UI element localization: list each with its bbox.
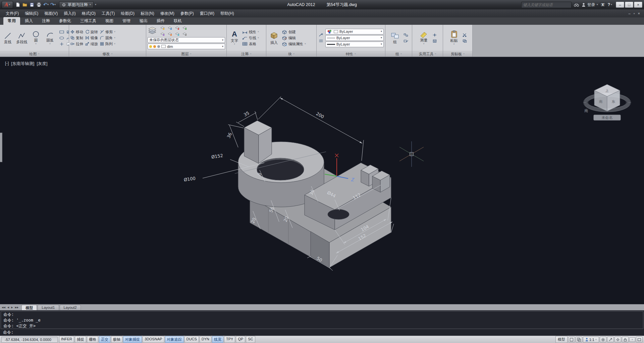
linear-dimension-button[interactable]: 线性▾ (242, 29, 259, 35)
panel-title-draw[interactable]: 绘图 ▾ (0, 51, 69, 57)
command-prompt[interactable]: 命令: (1, 329, 643, 336)
unnamed-view-button[interactable]: 未命名 (594, 115, 621, 120)
clean-screen-button[interactable] (636, 337, 643, 342)
minimize-button[interactable]: – (616, 2, 624, 8)
ribbon-tab[interactable]: 注释 (38, 17, 54, 25)
linetype-dropdown[interactable]: ByLayer ▾ (325, 42, 384, 47)
application-menu-button[interactable]: A ▾ (2, 1, 13, 9)
layer-isolate-button[interactable] (159, 25, 165, 30)
match-properties-button[interactable] (318, 32, 324, 38)
stretch-button[interactable]: 拉伸 (70, 42, 83, 47)
infocenter-search[interactable] (521, 2, 572, 8)
palette-grip[interactable] (0, 133, 2, 162)
layout-tab[interactable]: 模型 (21, 305, 37, 310)
document-restore-button[interactable]: ▫ (634, 11, 635, 15)
cut-button[interactable] (462, 32, 468, 38)
workspace-switcher[interactable]: 草图与注释 ▾ (59, 1, 94, 8)
measure-button[interactable]: 测量 ▾ (418, 30, 430, 46)
quick-calc-button[interactable] (432, 39, 438, 44)
rectangle-tool-button[interactable] (59, 29, 65, 35)
status-toggle[interactable]: 对象追踪 (165, 336, 184, 343)
search-button[interactable] (574, 3, 579, 7)
model-space-canvas[interactable]: 200 35 36 Ø152 Ø100 8 36 Ø44 112 56 20 2… (0, 57, 644, 304)
visual-style-control[interactable]: [灰度] (37, 61, 48, 67)
save-button[interactable] (29, 1, 35, 8)
annotation-visibility-button[interactable] (600, 337, 606, 342)
trim-button[interactable]: 修剪▾ (100, 29, 115, 35)
last-tab-button[interactable]: ▶▶ (14, 306, 19, 309)
sign-in-button[interactable]: 登录 ▾ (581, 2, 598, 8)
move-button[interactable]: 移动 (70, 29, 83, 35)
layer-prev-button[interactable] (181, 31, 187, 37)
layer-properties-button[interactable] (148, 26, 157, 36)
menu-item[interactable]: 标注(N) (138, 9, 157, 17)
layer-off-button[interactable] (174, 25, 180, 30)
properties-list-button[interactable] (318, 39, 324, 44)
model-space-button[interactable]: 模型 (555, 336, 568, 343)
status-toggle[interactable]: QP (236, 336, 245, 343)
status-toggle[interactable]: 正交 (99, 336, 110, 343)
open-file-button[interactable] (21, 1, 28, 8)
ribbon-tab[interactable]: 联机 (169, 17, 186, 25)
menu-item[interactable]: 参数(P) (177, 9, 197, 17)
status-toggle[interactable]: 对象捕捉 (123, 336, 142, 343)
arc-button[interactable]: 圆弧 ▾ (44, 30, 56, 46)
mirror-button[interactable]: 镜像 (85, 36, 98, 41)
status-toggle[interactable]: DUCS (184, 336, 199, 343)
search-input[interactable] (523, 3, 570, 7)
viewport-menu-control[interactable]: [-] (5, 61, 9, 67)
ungroup-button[interactable] (403, 32, 409, 38)
new-file-button[interactable] (14, 1, 21, 8)
status-toggle[interactable]: SC (246, 336, 255, 343)
copy-button[interactable]: 复制 (70, 36, 83, 41)
copy-clip-button[interactable] (462, 39, 468, 44)
drawing-viewport[interactable]: [-] [东南等轴测] [灰度] (0, 57, 644, 304)
ribbon-tab[interactable]: 管理 (118, 17, 135, 25)
edit-block-button[interactable]: 编辑 (282, 36, 306, 41)
menu-item[interactable]: 格式(O) (79, 9, 99, 17)
quick-view-layouts-button[interactable] (568, 337, 575, 342)
exchange-apps-button[interactable]: X (600, 2, 606, 7)
panel-title-layers[interactable]: 图层 ▾ (146, 51, 226, 57)
menu-item[interactable]: 绘图(D) (118, 9, 138, 17)
status-toggle[interactable]: TPY (224, 336, 235, 343)
qat-customize-icon[interactable]: ▾ (95, 3, 96, 6)
ribbon-tab[interactable]: 输出 (135, 17, 152, 25)
panel-title-block[interactable]: 块 ▾ (266, 51, 316, 57)
plot-button[interactable] (36, 1, 42, 8)
ribbon-tab[interactable]: 插入 (20, 17, 37, 25)
menu-item[interactable]: 工具(T) (99, 9, 118, 17)
id-point-button[interactable] (432, 32, 438, 38)
document-close-button[interactable]: × (638, 11, 640, 15)
status-toggle[interactable]: 线宽 (212, 336, 223, 343)
document-minimize-button[interactable]: – (629, 11, 631, 15)
menu-item[interactable]: 文件(F) (3, 9, 22, 17)
menu-item[interactable]: 视图(V) (41, 9, 61, 17)
close-button[interactable]: × (634, 2, 642, 8)
panel-title-groups[interactable]: 组 ▾ (385, 51, 412, 57)
layer-on-button[interactable] (181, 25, 187, 30)
array-button[interactable]: 阵列▾ (100, 42, 115, 47)
menu-item[interactable]: 窗口(W) (197, 9, 217, 17)
ribbon-tab[interactable]: 视图 (101, 17, 118, 25)
panel-title-utilities[interactable]: 实用工具 ▾ (412, 51, 443, 57)
menu-item[interactable]: 编辑(E) (22, 9, 41, 17)
polyline-button[interactable]: 多段线 (15, 32, 28, 44)
ribbon-tab[interactable]: 参数化 (55, 17, 75, 25)
redo-button[interactable]: ↷ ▾ (50, 1, 56, 8)
point-tool-button[interactable] (59, 42, 65, 47)
workspace-switching-button[interactable] (614, 337, 621, 342)
table-button[interactable]: 表格 (242, 42, 259, 47)
annotation-scale-button[interactable]: 1:1 ▾ (583, 337, 599, 343)
previous-tab-button[interactable]: ◀ (7, 306, 10, 309)
view-control[interactable]: [东南等轴测] (11, 61, 34, 67)
status-toggle[interactable]: 3DOSNAP (143, 336, 164, 343)
maximize-button[interactable]: □ (625, 2, 633, 8)
menu-item[interactable]: 帮助(H) (217, 9, 237, 17)
panel-title-modify[interactable]: 修改 ▾ (69, 51, 146, 57)
layer-lock-button[interactable] (159, 31, 165, 37)
panel-title-clipboard[interactable]: 剪贴板 ▾ (443, 51, 472, 57)
viewcube-east-label[interactable]: 东 (612, 99, 615, 104)
toolbar-lock-button[interactable] (622, 337, 629, 342)
scale-button[interactable]: 缩放 (85, 42, 98, 47)
